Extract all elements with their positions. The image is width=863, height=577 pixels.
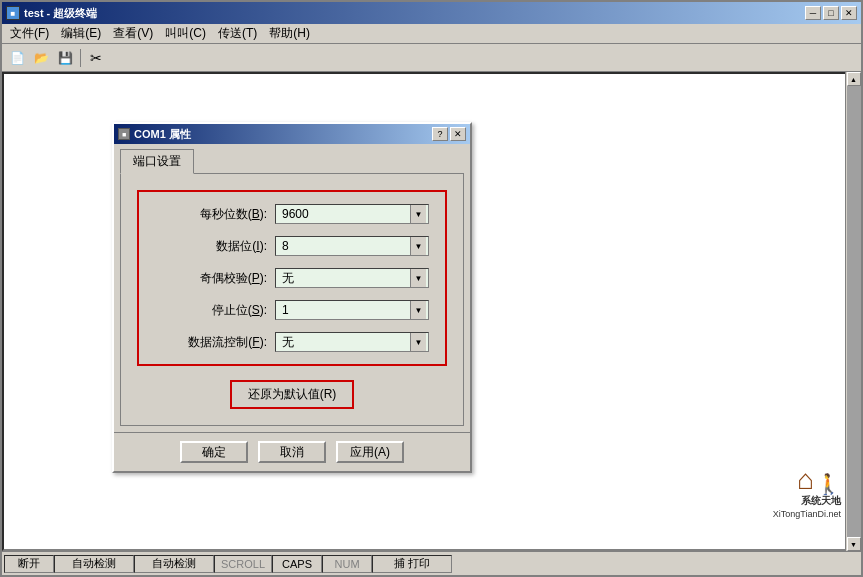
status-num: NUM xyxy=(322,555,372,573)
toolbar-new-btn[interactable]: 📄 xyxy=(6,47,28,69)
title-controls: ─ □ ✕ xyxy=(805,6,857,20)
data-bits-select[interactable]: 8 ▼ xyxy=(275,236,429,256)
tab-port-settings[interactable]: 端口设置 xyxy=(120,149,194,174)
menu-edit[interactable]: 编辑(E) xyxy=(55,24,107,43)
flow-control-arrow[interactable]: ▼ xyxy=(410,333,426,351)
scroll-track[interactable] xyxy=(847,86,861,537)
menu-view[interactable]: 查看(V) xyxy=(107,24,159,43)
maximize-button[interactable]: □ xyxy=(823,6,839,20)
parity-arrow[interactable]: ▼ xyxy=(410,269,426,287)
dialog-title-icon: ■ xyxy=(118,128,130,140)
status-auto-detect-1: 自动检测 xyxy=(54,555,134,573)
main-window: ■ test - 超级终端 ─ □ ✕ 文件(F) 编辑(E) 查看(V) 叫叫… xyxy=(0,0,863,577)
status-caps: CAPS xyxy=(272,555,322,573)
default-btn-row: 还原为默认值(R) xyxy=(137,380,447,409)
data-bits-label: 数据位(I): xyxy=(155,238,275,255)
status-scroll: SCROLL xyxy=(214,555,272,573)
watermark-text: 系统天地 XiTongTianDi.net xyxy=(773,494,841,521)
data-bits-value: 8 xyxy=(278,239,410,253)
parity-row: 奇偶校验(P): 无 ▼ xyxy=(155,268,429,288)
toolbar-separator xyxy=(80,49,81,67)
status-auto-detect-2: 自动检测 xyxy=(134,555,214,573)
flow-control-value: 无 xyxy=(278,334,410,351)
scroll-down-btn[interactable]: ▼ xyxy=(847,537,861,551)
menu-help[interactable]: 帮助(H) xyxy=(263,24,316,43)
menu-transfer[interactable]: 传送(T) xyxy=(212,24,263,43)
flow-control-row: 数据流控制(F): 无 ▼ xyxy=(155,332,429,352)
baud-rate-arrow[interactable]: ▼ xyxy=(410,205,426,223)
window-title: test - 超级终端 xyxy=(24,6,97,21)
flow-control-select[interactable]: 无 ▼ xyxy=(275,332,429,352)
baud-rate-select[interactable]: 9600 ▼ xyxy=(275,204,429,224)
parity-select[interactable]: 无 ▼ xyxy=(275,268,429,288)
watermark-icon: ⌂ 🚶 xyxy=(797,466,841,494)
dialog-help-btn[interactable]: ? xyxy=(432,127,448,141)
dialog-title-label: COM1 属性 xyxy=(134,127,191,142)
menu-file[interactable]: 文件(F) xyxy=(4,24,55,43)
com1-dialog: ■ COM1 属性 ? ✕ 端口设置 每秒位数(B): xyxy=(112,122,472,473)
title-bar-left: ■ test - 超级终端 xyxy=(6,6,97,21)
status-connection: 断开 xyxy=(4,555,54,573)
stop-bits-label: 停止位(S): xyxy=(155,302,275,319)
person-icon: 🚶 xyxy=(816,474,841,494)
window-icon: ■ xyxy=(6,6,20,20)
watermark: ⌂ 🚶 系统天地 XiTongTianDi.net xyxy=(773,466,841,521)
dialog-close-btn[interactable]: ✕ xyxy=(450,127,466,141)
baud-rate-value: 9600 xyxy=(278,207,410,221)
toolbar-save-btn[interactable]: 💾 xyxy=(54,47,76,69)
dialog-footer: 确定 取消 应用(A) xyxy=(114,432,470,471)
ok-button[interactable]: 确定 xyxy=(180,441,248,463)
toolbar: 📄 📂 💾 ✂ xyxy=(2,44,861,72)
watermark-line2: XiTongTianDi.net xyxy=(773,508,841,521)
parity-value: 无 xyxy=(278,270,410,287)
scrollbar-right[interactable]: ▲ ▼ xyxy=(845,72,861,551)
stop-bits-row: 停止位(S): 1 ▼ xyxy=(155,300,429,320)
toolbar-open-btn[interactable]: 📂 xyxy=(30,47,52,69)
baud-rate-label: 每秒位数(B): xyxy=(155,206,275,223)
stop-bits-select[interactable]: 1 ▼ xyxy=(275,300,429,320)
status-capture-print: 捕 打印 xyxy=(372,555,452,573)
data-bits-arrow[interactable]: ▼ xyxy=(410,237,426,255)
menu-call[interactable]: 叫叫(C) xyxy=(159,24,212,43)
minimize-button[interactable]: ─ xyxy=(805,6,821,20)
stop-bits-arrow[interactable]: ▼ xyxy=(410,301,426,319)
dialog-title-text: ■ COM1 属性 xyxy=(118,127,191,142)
dialog-controls: ? ✕ xyxy=(432,127,466,141)
data-bits-row: 数据位(I): 8 ▼ xyxy=(155,236,429,256)
house-icon: ⌂ xyxy=(797,466,814,494)
baud-rate-row: 每秒位数(B): 9600 ▼ xyxy=(155,204,429,224)
title-bar: ■ test - 超级终端 ─ □ ✕ xyxy=(2,2,861,24)
scroll-up-btn[interactable]: ▲ xyxy=(847,72,861,86)
config-box: 每秒位数(B): 9600 ▼ 数据位(I): 8 xyxy=(137,190,447,366)
tab-strip: 端口设置 xyxy=(114,144,470,173)
tab-panel: 每秒位数(B): 9600 ▼ 数据位(I): 8 xyxy=(120,173,464,426)
close-button[interactable]: ✕ xyxy=(841,6,857,20)
content-area: ▲ ▼ ⌂ 🚶 系统天地 XiTongTianDi.net ■ COM1 属性 xyxy=(2,72,861,551)
dialog-title-bar: ■ COM1 属性 ? ✕ xyxy=(114,124,470,144)
toolbar-cut-btn[interactable]: ✂ xyxy=(85,47,107,69)
cancel-button[interactable]: 取消 xyxy=(258,441,326,463)
menu-bar: 文件(F) 编辑(E) 查看(V) 叫叫(C) 传送(T) 帮助(H) xyxy=(2,24,861,44)
flow-control-label: 数据流控制(F): xyxy=(155,334,275,351)
apply-button[interactable]: 应用(A) xyxy=(336,441,404,463)
parity-label: 奇偶校验(P): xyxy=(155,270,275,287)
stop-bits-value: 1 xyxy=(278,303,410,317)
watermark-line1: 系统天地 xyxy=(773,494,841,508)
status-bar: 断开 自动检测 自动检测 SCROLL CAPS NUM 捕 打印 xyxy=(2,551,861,575)
restore-default-button[interactable]: 还原为默认值(R) xyxy=(230,380,355,409)
